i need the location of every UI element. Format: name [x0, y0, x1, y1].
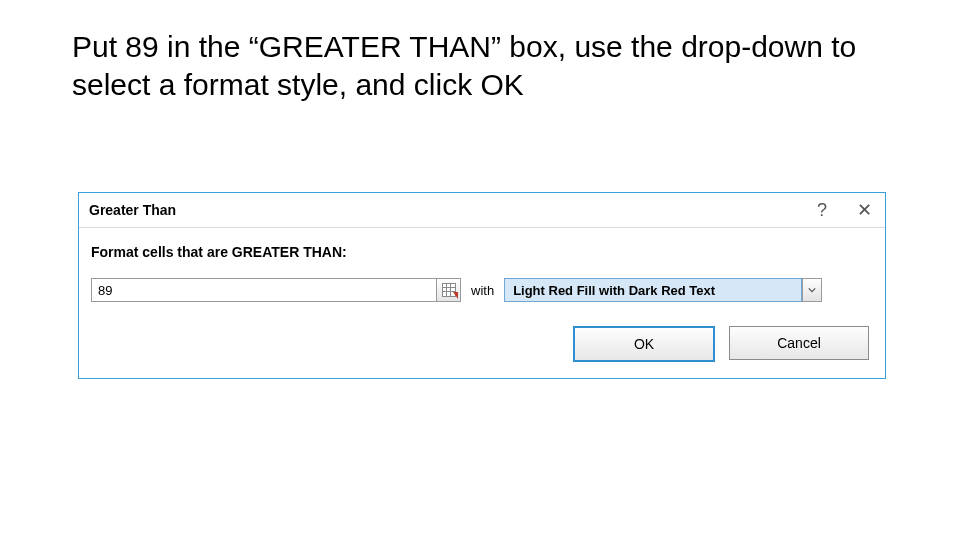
format-style-selected: Light Red Fill with Dark Red Text	[504, 278, 802, 302]
format-style-dropdown-button[interactable]	[802, 278, 822, 302]
close-button[interactable]: ✕	[843, 193, 885, 227]
ok-button-label: OK	[634, 336, 654, 352]
greater-than-dialog: Greater Than ? ✕ Format cells that are G…	[78, 192, 886, 379]
greater-than-value-input[interactable]	[91, 278, 437, 302]
ok-button[interactable]: OK	[573, 326, 715, 362]
value-input-group	[91, 278, 461, 302]
dialog-button-row: OK Cancel	[91, 326, 873, 362]
close-icon: ✕	[857, 199, 872, 221]
input-row: with Light Red Fill with Dark Red Text	[91, 278, 873, 302]
cancel-button[interactable]: Cancel	[729, 326, 869, 360]
format-style-combo[interactable]: Light Red Fill with Dark Red Text	[504, 278, 822, 302]
titlebar: Greater Than ? ✕	[79, 193, 885, 228]
help-button[interactable]: ?	[801, 193, 843, 227]
range-picker-button[interactable]	[437, 278, 461, 302]
help-icon: ?	[817, 200, 827, 221]
chevron-down-icon	[808, 286, 816, 294]
with-label: with	[471, 283, 494, 298]
instruction-text: Put 89 in the “GREATER THAN” box, use th…	[72, 28, 892, 103]
dialog-body: Format cells that are GREATER THAN: with…	[79, 228, 885, 378]
range-picker-icon	[442, 283, 456, 297]
cancel-button-label: Cancel	[777, 335, 821, 351]
dialog-title: Greater Than	[79, 202, 801, 218]
prompt-label: Format cells that are GREATER THAN:	[91, 244, 873, 260]
